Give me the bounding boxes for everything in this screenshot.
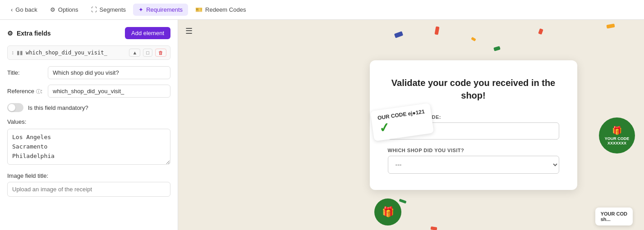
drag-handle-icon[interactable]: ↕ <box>11 50 14 56</box>
values-textarea[interactable]: Los Angeles Sacramento Philadelphia <box>7 129 170 165</box>
reference-input[interactable] <box>48 85 170 98</box>
top-nav: ‹ Go back ⚙ Options ⛶ Segments ✦ Require… <box>0 0 644 20</box>
field-type-icon: ▮▮ <box>17 50 23 56</box>
image-field-section: Image field title: <box>7 172 170 197</box>
confetti-13 <box>399 198 406 203</box>
confetti-2 <box>434 26 439 35</box>
mandatory-group: Is this field mandatory? <box>7 103 170 112</box>
mandatory-toggle[interactable] <box>7 103 23 112</box>
confetti-1 <box>394 31 403 38</box>
gear-icon: ⚙ <box>50 6 55 13</box>
gift-circle-bottom: 🎁 <box>374 198 401 225</box>
confetti-15 <box>431 226 437 230</box>
add-element-button[interactable]: Add element <box>125 27 170 39</box>
title-label: Title: <box>7 69 43 76</box>
go-back-button[interactable]: ‹ Go back <box>5 4 43 16</box>
expand-field-button[interactable]: ▲ <box>129 49 140 57</box>
ticket-icon: 🎫 <box>195 6 202 13</box>
shop-label: WHICH SHOP DID YOU VISIT? <box>388 148 559 153</box>
confetti-4 <box>493 46 501 51</box>
image-field-label: Image field title: <box>7 172 170 179</box>
chevron-left-icon: ‹ <box>11 6 13 13</box>
confetti-3 <box>471 37 476 41</box>
shop-select[interactable]: --- Los Angeles Sacramento Philadelphia <box>388 156 559 174</box>
confetti-6 <box>606 23 615 28</box>
duplicate-field-button[interactable]: □ <box>143 49 152 57</box>
panel-title: ⚙ Extra fields <box>7 30 51 37</box>
segments-icon: ⛶ <box>91 6 97 13</box>
options-button[interactable]: ⚙ Options <box>45 4 84 16</box>
segments-button[interactable]: ⛶ Segments <box>86 4 132 16</box>
image-upload-input[interactable] <box>7 182 170 197</box>
title-group: Title: <box>7 66 170 79</box>
coupon-right-code: XXXXXXX <box>607 141 626 145</box>
right-panel: ☰ OUR CODE ej●121 ✓ Validate your code y… <box>178 20 644 230</box>
requirements-icon: ✦ <box>138 6 143 13</box>
main-layout: ⚙ Extra fields Add element ↕ ▮▮ which_sh… <box>0 20 644 230</box>
reference-label: Reference ⓘ: <box>7 88 43 95</box>
coupon-right-text: YOUR CODE <box>605 136 630 141</box>
coupon-right-sticker: 🎁 YOUR CODE XXXXXXX <box>599 117 635 153</box>
confetti-5 <box>538 28 543 35</box>
values-label: Values: <box>7 118 170 125</box>
values-section: Values: Los Angeles Sacramento Philadelp… <box>7 118 170 166</box>
left-panel: ⚙ Extra fields Add element ↕ ▮▮ which_sh… <box>0 20 178 230</box>
coupon-bottom-text: YOUR COD <box>601 211 627 216</box>
title-input[interactable] <box>48 66 170 79</box>
coupon-bottom-right-sticker: YOUR COD sh... <box>595 207 633 225</box>
redeem-codes-button[interactable]: 🎫 Redeem Codes <box>190 4 251 16</box>
field-row: ↕ ▮▮ which_shop_did_you_visit_ ▲ □ 🗑 <box>7 45 170 60</box>
help-icon: ⓘ <box>36 89 41 94</box>
requirements-button[interactable]: ✦ Requirements <box>133 4 188 16</box>
preview-heading: Validate your code you received in the s… <box>388 77 559 102</box>
delete-field-button[interactable]: 🗑 <box>155 49 166 57</box>
panel-header: ⚙ Extra fields Add element <box>7 27 170 39</box>
extra-fields-icon: ⚙ <box>7 30 13 37</box>
reference-group: Reference ⓘ: <box>7 85 170 98</box>
hamburger-menu[interactable]: ☰ <box>185 26 193 36</box>
coupon-bottom-code: sh... <box>601 216 627 222</box>
